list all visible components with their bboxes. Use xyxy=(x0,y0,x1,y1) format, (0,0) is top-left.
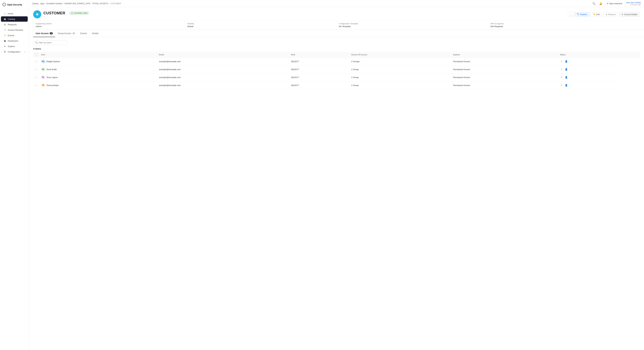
row-checkbox-0[interactable] xyxy=(35,60,37,63)
view-sync-details-link[interactable]: View Sync Details xyxy=(626,2,641,4)
row-checkbox-3[interactable] xyxy=(35,84,37,86)
user-avatar-3: TB xyxy=(41,83,45,87)
breadcrumb-link-apps[interactable]: Apps xyxy=(40,3,44,5)
requests-icon: ◎ xyxy=(4,23,6,26)
sidebar-item-home[interactable]: ⌂Home xyxy=(1,11,28,16)
notifications-button[interactable]: 🔔 xyxy=(598,2,603,6)
main-content: Catalog/Apps/Snowflake Sandbox/SNOWFLAKE… xyxy=(29,0,644,350)
home-icon: ⌂ xyxy=(4,12,6,15)
resource-actions: ... 🔭 Explore ✏️ Edit ⊕ Request ✔ Access… xyxy=(568,12,640,17)
users-count: 4 Users xyxy=(33,48,640,50)
sidebar-nav: ⌂Home▦Catalog◎Requests↗Access Reviews⚡Ev… xyxy=(0,9,29,56)
user-action-button-0[interactable]: 👤 xyxy=(564,60,568,63)
tab-label-details: Details xyxy=(92,32,99,35)
user-name-2: Terry Legros xyxy=(46,76,58,79)
status-cell-1: ↺ 👤 xyxy=(558,65,620,73)
search-box: 🔍 xyxy=(33,40,67,45)
breadcrumb-link-snowflake-sandbox[interactable]: Snowflake Sandbox xyxy=(46,3,62,5)
tab-badge-user-access: 4 xyxy=(50,32,53,35)
user-action-button-2[interactable]: 👤 xyxy=(564,75,568,79)
explore-button[interactable]: 🔭 Explore xyxy=(574,12,590,17)
breadcrumb-current: CUSTOMER xyxy=(110,3,121,5)
email-cell-2: example@example.com xyxy=(157,73,289,81)
more-options-button[interactable]: ... xyxy=(568,12,573,17)
table-row: TL Terry Legros example@example.com SELE… xyxy=(33,73,640,81)
request-button[interactable]: ⊕ Request xyxy=(603,12,618,17)
meta-mfa-to-approve: MFA to ApproveNot Required xyxy=(488,21,640,30)
badge-icon: 📋 xyxy=(71,12,73,14)
badge-label: Snowflake Table xyxy=(74,12,88,14)
sidebar-item-dashboard[interactable]: ▣Dashboard xyxy=(1,38,28,44)
resource-name: CUSTOMER xyxy=(44,11,65,15)
resource-header: CUSTOMER 📋 Snowflake Table — ... 🔭 Explo… xyxy=(29,7,644,30)
tab-user-access[interactable]: User Access4 xyxy=(33,30,55,37)
filter-row: 🔍 xyxy=(33,40,640,45)
breadcrumb-link-snowflake_sample_data[interactable]: SNOWFLAKE_SAMPLE_DATA xyxy=(64,3,90,5)
sidebar-item-configuration[interactable]: ⚙Configuration› xyxy=(1,49,28,54)
email-column-header: Email xyxy=(157,52,289,58)
role-cell-1: SELECT xyxy=(289,65,350,73)
tab-group-access[interactable]: Group Access1 xyxy=(55,30,78,37)
actions-column-header xyxy=(620,52,640,58)
resource-name-block: CUSTOMER 📋 Snowflake Table — xyxy=(44,11,89,18)
user-cell-3: TB Tommy Boyer xyxy=(39,81,157,89)
status-cell-2: ↺ 👤 xyxy=(558,73,620,81)
role-column-header: Role xyxy=(289,52,350,58)
row-checkbox-cell xyxy=(33,65,39,73)
sidebar-item-requests[interactable]: ◎Requests xyxy=(1,22,28,27)
users-table-body: DQ Dwight Quitzon example@example.com SE… xyxy=(33,58,640,89)
row-checkbox-1[interactable] xyxy=(35,68,37,71)
sync-resource-button[interactable]: ↺ Sync resource xyxy=(606,2,624,5)
user-column-header: User ↑ xyxy=(39,52,157,58)
source-cell-2: 1 Group xyxy=(350,73,452,81)
resource-title-left: CUSTOMER 📋 Snowflake Table — xyxy=(33,10,89,18)
user-action-button-1[interactable]: 👤 xyxy=(564,68,568,71)
breadcrumb-link-tpcds_sf100tcl[interactable]: TPCDS_SF100TCL xyxy=(92,3,108,5)
dashboard-icon: ▣ xyxy=(4,40,6,42)
app-name: Opal Security xyxy=(7,3,22,6)
request-label: Request xyxy=(608,13,616,16)
sync-time: 9 minutes ago xyxy=(630,4,641,6)
configuration-icon: ⚙ xyxy=(4,51,6,53)
request-icon: ⊕ xyxy=(606,13,607,16)
user-action-button-3[interactable]: 👤 xyxy=(564,83,568,87)
select-all-checkbox[interactable] xyxy=(35,53,37,56)
sync-icon: ↺ xyxy=(607,2,608,5)
breadcrumb: Catalog/Apps/Snowflake Sandbox/SNOWFLAKE… xyxy=(32,3,121,5)
source-cell-0: 2 Groups xyxy=(350,58,452,65)
sync-row-button-2[interactable]: ↺ xyxy=(560,75,563,79)
breadcrumb-separator: / xyxy=(109,3,110,5)
sidebar: ○ Opal Security ⌂Home▦Catalog◎Requests↗A… xyxy=(0,0,29,350)
resource-subtitle: — xyxy=(44,16,89,18)
filter-input[interactable] xyxy=(38,42,65,44)
email-cell-0: example@example.com xyxy=(157,58,289,65)
access-details-button[interactable]: ✔ Access Details xyxy=(619,12,640,17)
sidebar-item-events[interactable]: ⚡Events xyxy=(1,33,28,38)
sync-row-button-1[interactable]: ↺ xyxy=(560,68,563,71)
status-column-header: Status xyxy=(558,52,620,58)
expires-cell-2: Permanent Access xyxy=(452,73,558,81)
users-table: User ↑ Email Role Source Of Access Expir… xyxy=(33,52,640,89)
tab-details[interactable]: Details xyxy=(90,30,101,37)
sidebar-item-catalog[interactable]: ▦Catalog xyxy=(1,16,28,22)
tabs-row: User Access4Group Access1EventsDetails xyxy=(29,30,644,37)
row-checkbox-2[interactable] xyxy=(35,76,37,79)
status-cell-0: ↺ 👤 xyxy=(558,58,620,65)
tab-label-user-access: User Access xyxy=(36,32,49,35)
edit-button[interactable]: ✏️ Edit xyxy=(591,12,602,17)
tab-label-group-access: Group Access xyxy=(58,32,71,35)
role-cell-2: SELECT xyxy=(289,73,350,81)
meta-visibility: VisibilityGlobal xyxy=(185,21,336,30)
sidebar-item-explore[interactable]: ✦Explore xyxy=(1,44,28,49)
user-name-0: Dwight Quitzon xyxy=(46,60,60,63)
expires-cell-0: Permanent Access xyxy=(452,58,558,65)
sync-row-button-3[interactable]: ↺ xyxy=(560,83,563,87)
sidebar-item-access-reviews[interactable]: ↗Access Reviews xyxy=(1,27,28,33)
tab-events[interactable]: Events xyxy=(78,30,90,37)
source-column-header: Source Of Access xyxy=(350,52,452,58)
search-button[interactable]: 🔍 xyxy=(592,2,596,6)
sync-row-button-0[interactable]: ↺ xyxy=(560,60,563,63)
user-sort-button[interactable]: User ↑ xyxy=(41,54,155,56)
breadcrumb-link-catalog[interactable]: Catalog xyxy=(32,3,38,5)
user-name-3: Tommy Boyer xyxy=(46,84,59,86)
